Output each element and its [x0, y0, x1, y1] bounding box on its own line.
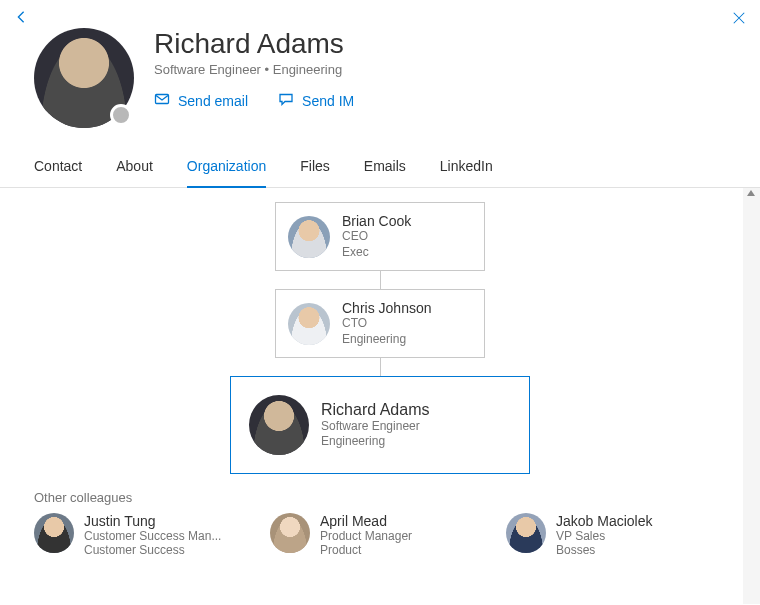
- title-bar: [0, 0, 760, 28]
- colleague-dept: Bosses: [556, 543, 726, 557]
- send-email-label: Send email: [178, 93, 248, 109]
- colleague-role: Customer Success Man...: [84, 529, 254, 543]
- org-card-self[interactable]: Richard Adams Software Engineer Engineer…: [230, 376, 530, 474]
- avatar: [270, 513, 310, 553]
- mail-icon: [154, 91, 170, 110]
- colleague-dept: Customer Success: [84, 543, 254, 557]
- scrollbar-up-arrow-icon[interactable]: [747, 190, 755, 196]
- tab-linkedin[interactable]: LinkedIn: [440, 148, 493, 188]
- avatar: [34, 513, 74, 553]
- org-card-manager-1[interactable]: Brian Cook CEO Exec: [275, 202, 485, 271]
- send-im-link[interactable]: Send IM: [278, 91, 354, 110]
- avatar: [249, 395, 309, 455]
- colleague-card[interactable]: Justin Tung Customer Success Man... Cust…: [34, 513, 254, 557]
- colleague-role: VP Sales: [556, 529, 726, 543]
- org-role: Software Engineer: [321, 419, 430, 435]
- avatar: [288, 303, 330, 345]
- tab-contact[interactable]: Contact: [34, 148, 82, 188]
- org-dept: Engineering: [342, 332, 432, 348]
- avatar: [288, 216, 330, 258]
- profile-name: Richard Adams: [154, 28, 354, 60]
- presence-indicator: [110, 104, 132, 126]
- org-name: Richard Adams: [321, 401, 430, 419]
- profile-avatar[interactable]: [34, 28, 134, 128]
- back-button[interactable]: [14, 10, 28, 28]
- org-card-manager-2[interactable]: Chris Johnson CTO Engineering: [275, 289, 485, 358]
- scrollbar[interactable]: [743, 188, 760, 604]
- colleagues-row: Justin Tung Customer Success Man... Cust…: [0, 513, 760, 557]
- org-connector: [380, 271, 381, 289]
- tab-bar: Contact About Organization Files Emails …: [0, 148, 760, 188]
- chat-icon: [278, 91, 294, 110]
- org-dept: Exec: [342, 245, 411, 261]
- tab-files[interactable]: Files: [300, 148, 330, 188]
- send-email-link[interactable]: Send email: [154, 91, 248, 110]
- org-name: Brian Cook: [342, 213, 411, 229]
- profile-header: Richard Adams Software Engineer • Engine…: [0, 28, 760, 138]
- colleague-name: Justin Tung: [84, 513, 254, 529]
- tab-about[interactable]: About: [116, 148, 153, 188]
- org-name: Chris Johnson: [342, 300, 432, 316]
- org-role: CEO: [342, 229, 411, 245]
- tab-emails[interactable]: Emails: [364, 148, 406, 188]
- org-connector: [380, 358, 381, 376]
- send-im-label: Send IM: [302, 93, 354, 109]
- content-area: Brian Cook CEO Exec Chris Johnson CTO En…: [0, 188, 760, 604]
- colleague-card[interactable]: April Mead Product Manager Product: [270, 513, 490, 557]
- colleagues-heading: Other colleagues: [0, 474, 760, 513]
- colleague-role: Product Manager: [320, 529, 490, 543]
- org-role: CTO: [342, 316, 432, 332]
- colleague-name: Jakob Maciolek: [556, 513, 726, 529]
- tab-organization[interactable]: Organization: [187, 148, 266, 188]
- profile-subtitle: Software Engineer • Engineering: [154, 62, 354, 77]
- colleague-card[interactable]: Jakob Maciolek VP Sales Bosses: [506, 513, 726, 557]
- colleague-name: April Mead: [320, 513, 490, 529]
- close-button[interactable]: [732, 10, 746, 28]
- org-dept: Engineering: [321, 434, 430, 450]
- colleague-dept: Product: [320, 543, 490, 557]
- avatar: [506, 513, 546, 553]
- org-chart: Brian Cook CEO Exec Chris Johnson CTO En…: [0, 188, 760, 474]
